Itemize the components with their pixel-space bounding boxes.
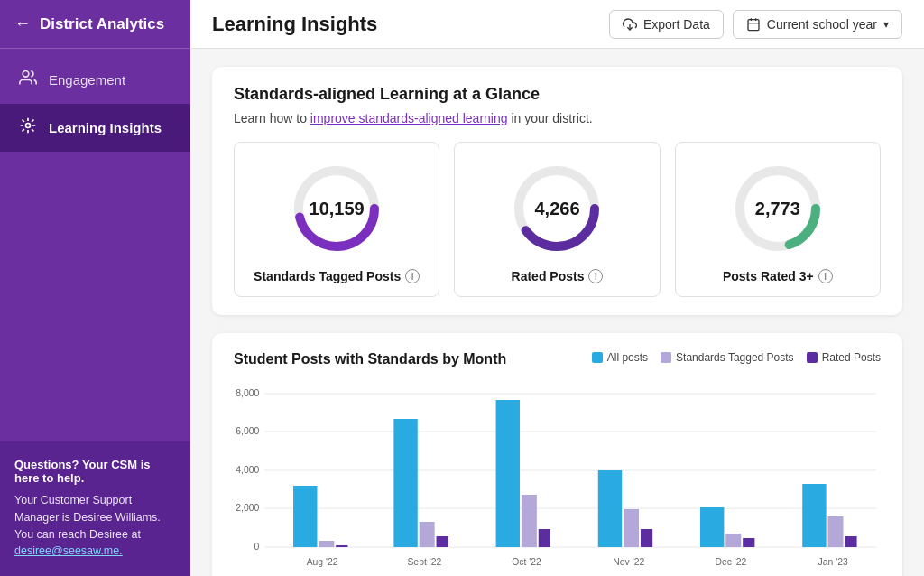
calendar-icon xyxy=(746,17,761,32)
svg-text:6,000: 6,000 xyxy=(236,425,259,436)
content-area: Standards-aligned Learning at a Glance L… xyxy=(190,49,924,576)
svg-text:Aug '22: Aug '22 xyxy=(307,556,338,567)
bar-jan-standards xyxy=(828,516,844,547)
chevron-down-icon: ▾ xyxy=(883,18,889,31)
info-icon-1[interactable]: i xyxy=(588,269,603,283)
sidebar-item-learning-insights[interactable]: Learning Insights xyxy=(0,104,190,152)
back-icon[interactable]: ← xyxy=(14,14,31,33)
bar-dec-rated xyxy=(743,538,754,547)
glance-title: Standards-aligned Learning at a Glance xyxy=(234,85,881,104)
bar-aug-rated xyxy=(336,545,347,547)
chart-header: Student Posts with Standards by Month Al… xyxy=(234,351,881,367)
topbar-title: Learning Insights xyxy=(212,13,609,36)
legend-label-rated: Rated Posts xyxy=(822,351,881,364)
chart-title: Student Posts with Standards by Month xyxy=(234,351,506,367)
legend-rated-posts: Rated Posts xyxy=(807,351,881,364)
bar-sept-standards xyxy=(420,522,435,547)
donut-rated-posts: 4,266 xyxy=(507,159,606,258)
bar-nov-standards xyxy=(624,509,639,547)
sidebar-item-learning-label: Learning Insights xyxy=(49,120,162,135)
chart-svg: 8,000 6,000 4,000 2,000 0 xyxy=(234,380,881,576)
sidebar-nav: Engagement Learning Insights xyxy=(0,56,190,152)
svg-point-0 xyxy=(23,71,29,78)
footer-body: Your Customer Support Manager is Desiree… xyxy=(14,492,176,560)
svg-rect-3 xyxy=(748,19,759,30)
svg-text:Oct '22: Oct '22 xyxy=(512,556,541,567)
sidebar-header: ← District Analytics xyxy=(0,0,190,49)
svg-text:4,000: 4,000 xyxy=(236,464,259,475)
legend-standards-tagged: Standards Tagged Posts xyxy=(661,351,794,364)
bar-aug-all xyxy=(293,486,317,547)
legend-all-posts: All posts xyxy=(592,351,648,364)
stat-label-1: Rated Posts i xyxy=(512,269,604,283)
svg-text:Dec '22: Dec '22 xyxy=(716,556,747,567)
svg-text:2,000: 2,000 xyxy=(236,502,259,513)
svg-text:8,000: 8,000 xyxy=(236,387,259,398)
legend-dot-rated xyxy=(807,352,818,363)
stat-number-0: 10,159 xyxy=(310,199,365,219)
stat-number-1: 4,266 xyxy=(534,199,579,219)
topbar: Learning Insights Export Data Current sc… xyxy=(190,0,924,49)
sidebar-item-engagement-label: Engagement xyxy=(49,72,125,88)
engagement-icon xyxy=(18,69,38,91)
bar-sept-all xyxy=(393,419,417,547)
stats-row: 10,159 Standards Tagged Posts i 4,266 xyxy=(234,142,881,297)
svg-text:Nov '22: Nov '22 xyxy=(613,556,644,567)
sidebar-item-engagement[interactable]: Engagement xyxy=(0,56,190,104)
legend-dot-standards xyxy=(661,352,671,363)
bar-nov-all xyxy=(598,470,622,547)
svg-text:Jan '23: Jan '23 xyxy=(818,556,848,567)
chart-legend: All posts Standards Tagged Posts Rated P… xyxy=(592,351,881,364)
main-content: Learning Insights Export Data Current sc… xyxy=(190,0,924,576)
footer-title: Questions? Your CSM is here to help. xyxy=(14,458,176,485)
bar-oct-rated xyxy=(539,529,550,547)
stat-card-standards-tagged: 10,159 Standards Tagged Posts i xyxy=(234,142,439,297)
chart-card: Student Posts with Standards by Month Al… xyxy=(212,333,902,576)
sidebar-title: District Analytics xyxy=(40,15,164,33)
glance-subtitle: Learn how to improve standards-aligned l… xyxy=(234,111,881,125)
donut-standards-tagged: 10,159 xyxy=(287,159,386,258)
stat-number-2: 2,773 xyxy=(755,199,800,219)
glance-card: Standards-aligned Learning at a Glance L… xyxy=(212,67,902,315)
stat-card-posts-rated-3: 2,773 Posts Rated 3+ i xyxy=(675,142,881,297)
bar-oct-all xyxy=(496,400,520,547)
stat-label-2: Posts Rated 3+ i xyxy=(723,269,833,283)
bar-dec-all xyxy=(700,507,724,547)
legend-label-all: All posts xyxy=(607,351,648,364)
info-icon-0[interactable]: i xyxy=(405,269,420,283)
sidebar-footer: Questions? Your CSM is here to help. You… xyxy=(0,441,190,576)
stat-label-0: Standards Tagged Posts i xyxy=(254,269,420,283)
learning-insights-icon xyxy=(18,116,38,139)
footer-email-link[interactable]: desiree@seesaw.me. xyxy=(14,544,123,557)
bar-jan-all xyxy=(802,484,826,547)
bar-aug-standards xyxy=(319,541,334,547)
svg-text:Sept '22: Sept '22 xyxy=(407,556,441,567)
topbar-actions: Export Data Current school year ▾ xyxy=(609,10,902,39)
legend-label-standards: Standards Tagged Posts xyxy=(676,351,794,364)
year-selector-button[interactable]: Current school year ▾ xyxy=(733,10,902,39)
export-icon xyxy=(623,17,637,32)
svg-point-1 xyxy=(26,124,31,128)
bar-sept-rated xyxy=(437,536,448,547)
stat-card-rated-posts: 4,266 Rated Posts i xyxy=(454,142,660,297)
sidebar: ← District Analytics Engagement L xyxy=(0,0,190,576)
bar-jan-rated xyxy=(845,536,856,547)
chart-area: 8,000 6,000 4,000 2,000 0 xyxy=(234,380,881,576)
legend-dot-all xyxy=(592,352,603,363)
svg-text:0: 0 xyxy=(254,541,260,552)
improve-link[interactable]: improve standards-aligned learning xyxy=(310,111,508,125)
info-icon-2[interactable]: i xyxy=(818,269,833,283)
bar-dec-standards xyxy=(725,534,741,547)
export-button[interactable]: Export Data xyxy=(609,10,724,39)
bar-nov-rated xyxy=(641,529,652,547)
donut-posts-rated-3: 2,773 xyxy=(728,159,827,258)
bar-oct-standards xyxy=(522,495,537,547)
